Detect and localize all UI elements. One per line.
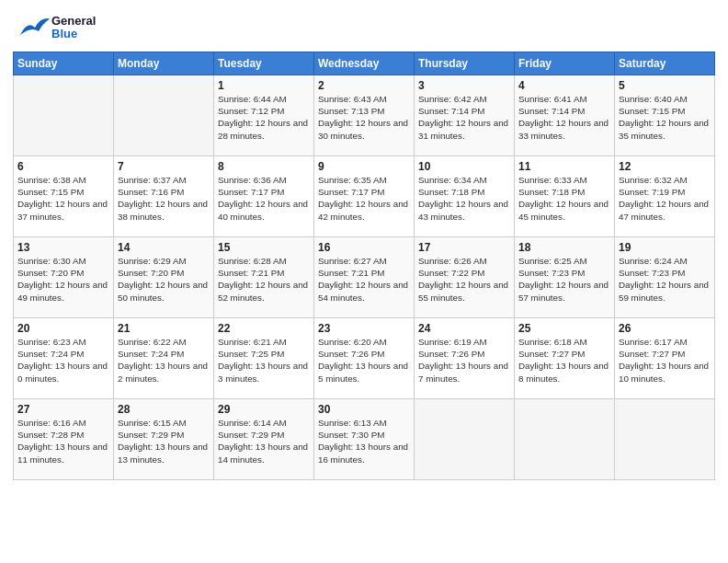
day-number: 2 bbox=[318, 79, 410, 92]
calendar: SundayMondayTuesdayWednesdayThursdayFrid… bbox=[13, 52, 715, 480]
day-number: 14 bbox=[118, 241, 210, 254]
day-info: Sunrise: 6:25 AM Sunset: 7:23 PM Dayligh… bbox=[518, 255, 610, 304]
day-cell: 17Sunrise: 6:26 AM Sunset: 7:22 PM Dayli… bbox=[415, 237, 515, 318]
day-cell: 20Sunrise: 6:23 AM Sunset: 7:24 PM Dayli… bbox=[14, 318, 114, 399]
day-number: 21 bbox=[118, 322, 210, 335]
day-cell bbox=[114, 75, 214, 156]
day-cell: 11Sunrise: 6:33 AM Sunset: 7:18 PM Dayli… bbox=[515, 156, 615, 237]
day-info: Sunrise: 6:41 AM Sunset: 7:14 PM Dayligh… bbox=[518, 93, 610, 142]
day-cell: 8Sunrise: 6:36 AM Sunset: 7:17 PM Daylig… bbox=[214, 156, 314, 237]
day-number: 16 bbox=[318, 241, 410, 254]
day-cell: 1Sunrise: 6:44 AM Sunset: 7:12 PM Daylig… bbox=[214, 75, 314, 156]
day-number: 7 bbox=[118, 160, 210, 173]
day-cell: 23Sunrise: 6:20 AM Sunset: 7:26 PM Dayli… bbox=[314, 318, 415, 399]
day-info: Sunrise: 6:38 AM Sunset: 7:15 PM Dayligh… bbox=[17, 174, 109, 223]
day-cell: 18Sunrise: 6:25 AM Sunset: 7:23 PM Dayli… bbox=[515, 237, 615, 318]
day-info: Sunrise: 6:43 AM Sunset: 7:13 PM Dayligh… bbox=[318, 93, 410, 142]
day-number: 18 bbox=[518, 241, 610, 254]
week-row-2: 6Sunrise: 6:38 AM Sunset: 7:15 PM Daylig… bbox=[14, 156, 715, 237]
day-info: Sunrise: 6:35 AM Sunset: 7:17 PM Dayligh… bbox=[318, 174, 410, 223]
day-info: Sunrise: 6:37 AM Sunset: 7:16 PM Dayligh… bbox=[118, 174, 210, 223]
day-info: Sunrise: 6:22 AM Sunset: 7:24 PM Dayligh… bbox=[118, 336, 210, 385]
day-info: Sunrise: 6:34 AM Sunset: 7:18 PM Dayligh… bbox=[418, 174, 510, 223]
day-header-row: SundayMondayTuesdayWednesdayThursdayFrid… bbox=[14, 52, 715, 75]
day-cell: 5Sunrise: 6:40 AM Sunset: 7:15 PM Daylig… bbox=[615, 75, 715, 156]
day-number: 4 bbox=[518, 79, 610, 92]
day-info: Sunrise: 6:16 AM Sunset: 7:28 PM Dayligh… bbox=[17, 417, 109, 465]
header: GeneralBlue bbox=[13, 9, 715, 46]
logo-svg bbox=[13, 9, 50, 46]
header-friday: Friday bbox=[515, 52, 615, 75]
day-info: Sunrise: 6:21 AM Sunset: 7:25 PM Dayligh… bbox=[218, 336, 310, 385]
day-info: Sunrise: 6:15 AM Sunset: 7:29 PM Dayligh… bbox=[118, 417, 210, 465]
calendar-body: 1Sunrise: 6:44 AM Sunset: 7:12 PM Daylig… bbox=[14, 75, 715, 480]
day-info: Sunrise: 6:36 AM Sunset: 7:17 PM Dayligh… bbox=[218, 174, 310, 223]
day-info: Sunrise: 6:20 AM Sunset: 7:26 PM Dayligh… bbox=[318, 336, 410, 385]
day-number: 3 bbox=[418, 79, 510, 92]
day-number: 29 bbox=[218, 403, 310, 416]
header-monday: Monday bbox=[114, 52, 214, 75]
day-info: Sunrise: 6:32 AM Sunset: 7:19 PM Dayligh… bbox=[619, 174, 711, 223]
day-cell: 12Sunrise: 6:32 AM Sunset: 7:19 PM Dayli… bbox=[615, 156, 715, 237]
day-number: 24 bbox=[418, 322, 510, 335]
day-number: 10 bbox=[418, 160, 510, 173]
day-number: 20 bbox=[17, 322, 109, 335]
week-row-5: 27Sunrise: 6:16 AM Sunset: 7:28 PM Dayli… bbox=[14, 399, 715, 480]
day-cell: 4Sunrise: 6:41 AM Sunset: 7:14 PM Daylig… bbox=[515, 75, 615, 156]
day-info: Sunrise: 6:19 AM Sunset: 7:26 PM Dayligh… bbox=[418, 336, 510, 385]
week-row-4: 20Sunrise: 6:23 AM Sunset: 7:24 PM Dayli… bbox=[14, 318, 715, 399]
day-info: Sunrise: 6:18 AM Sunset: 7:27 PM Dayligh… bbox=[518, 336, 610, 385]
logo-blue-text: Blue bbox=[51, 28, 96, 40]
day-cell: 15Sunrise: 6:28 AM Sunset: 7:21 PM Dayli… bbox=[214, 237, 314, 318]
day-cell: 2Sunrise: 6:43 AM Sunset: 7:13 PM Daylig… bbox=[314, 75, 415, 156]
day-info: Sunrise: 6:29 AM Sunset: 7:20 PM Dayligh… bbox=[118, 255, 210, 304]
day-info: Sunrise: 6:33 AM Sunset: 7:18 PM Dayligh… bbox=[518, 174, 610, 223]
day-info: Sunrise: 6:40 AM Sunset: 7:15 PM Dayligh… bbox=[619, 93, 711, 142]
page: GeneralBlue SundayMondayTuesdayWednesday… bbox=[0, 0, 728, 563]
day-cell: 3Sunrise: 6:42 AM Sunset: 7:14 PM Daylig… bbox=[415, 75, 515, 156]
day-number: 27 bbox=[17, 403, 109, 416]
day-cell: 27Sunrise: 6:16 AM Sunset: 7:28 PM Dayli… bbox=[14, 399, 114, 480]
day-cell: 16Sunrise: 6:27 AM Sunset: 7:21 PM Dayli… bbox=[314, 237, 415, 318]
day-info: Sunrise: 6:23 AM Sunset: 7:24 PM Dayligh… bbox=[17, 336, 109, 385]
day-cell: 19Sunrise: 6:24 AM Sunset: 7:23 PM Dayli… bbox=[615, 237, 715, 318]
logo-general-text: General bbox=[51, 15, 96, 28]
day-number: 1 bbox=[218, 79, 310, 92]
header-wednesday: Wednesday bbox=[314, 52, 415, 75]
header-tuesday: Tuesday bbox=[214, 52, 314, 75]
header-sunday: Sunday bbox=[14, 52, 114, 75]
week-row-3: 13Sunrise: 6:30 AM Sunset: 7:20 PM Dayli… bbox=[14, 237, 715, 318]
day-number: 15 bbox=[218, 241, 310, 254]
day-info: Sunrise: 6:13 AM Sunset: 7:30 PM Dayligh… bbox=[318, 417, 410, 465]
day-number: 12 bbox=[619, 160, 711, 173]
day-cell: 30Sunrise: 6:13 AM Sunset: 7:30 PM Dayli… bbox=[314, 399, 415, 480]
day-cell: 7Sunrise: 6:37 AM Sunset: 7:16 PM Daylig… bbox=[114, 156, 214, 237]
day-cell bbox=[415, 399, 515, 480]
day-info: Sunrise: 6:14 AM Sunset: 7:29 PM Dayligh… bbox=[218, 417, 310, 465]
day-number: 26 bbox=[619, 322, 711, 335]
day-number: 13 bbox=[17, 241, 109, 254]
day-number: 22 bbox=[218, 322, 310, 335]
week-row-1: 1Sunrise: 6:44 AM Sunset: 7:12 PM Daylig… bbox=[14, 75, 715, 156]
day-info: Sunrise: 6:28 AM Sunset: 7:21 PM Dayligh… bbox=[218, 255, 310, 304]
day-info: Sunrise: 6:24 AM Sunset: 7:23 PM Dayligh… bbox=[619, 255, 711, 304]
day-cell: 13Sunrise: 6:30 AM Sunset: 7:20 PM Dayli… bbox=[14, 237, 114, 318]
day-cell: 25Sunrise: 6:18 AM Sunset: 7:27 PM Dayli… bbox=[515, 318, 615, 399]
day-cell: 29Sunrise: 6:14 AM Sunset: 7:29 PM Dayli… bbox=[214, 399, 314, 480]
day-info: Sunrise: 6:30 AM Sunset: 7:20 PM Dayligh… bbox=[17, 255, 109, 304]
day-cell: 22Sunrise: 6:21 AM Sunset: 7:25 PM Dayli… bbox=[214, 318, 314, 399]
day-number: 25 bbox=[518, 322, 610, 335]
day-info: Sunrise: 6:26 AM Sunset: 7:22 PM Dayligh… bbox=[418, 255, 510, 304]
day-number: 6 bbox=[17, 160, 109, 173]
day-number: 28 bbox=[118, 403, 210, 416]
day-cell: 26Sunrise: 6:17 AM Sunset: 7:27 PM Dayli… bbox=[615, 318, 715, 399]
day-cell: 6Sunrise: 6:38 AM Sunset: 7:15 PM Daylig… bbox=[14, 156, 114, 237]
day-cell: 24Sunrise: 6:19 AM Sunset: 7:26 PM Dayli… bbox=[415, 318, 515, 399]
day-cell: 21Sunrise: 6:22 AM Sunset: 7:24 PM Dayli… bbox=[114, 318, 214, 399]
day-cell bbox=[515, 399, 615, 480]
day-number: 23 bbox=[318, 322, 410, 335]
day-info: Sunrise: 6:27 AM Sunset: 7:21 PM Dayligh… bbox=[318, 255, 410, 304]
header-saturday: Saturday bbox=[615, 52, 715, 75]
logo: GeneralBlue bbox=[13, 9, 96, 46]
day-number: 9 bbox=[318, 160, 410, 173]
